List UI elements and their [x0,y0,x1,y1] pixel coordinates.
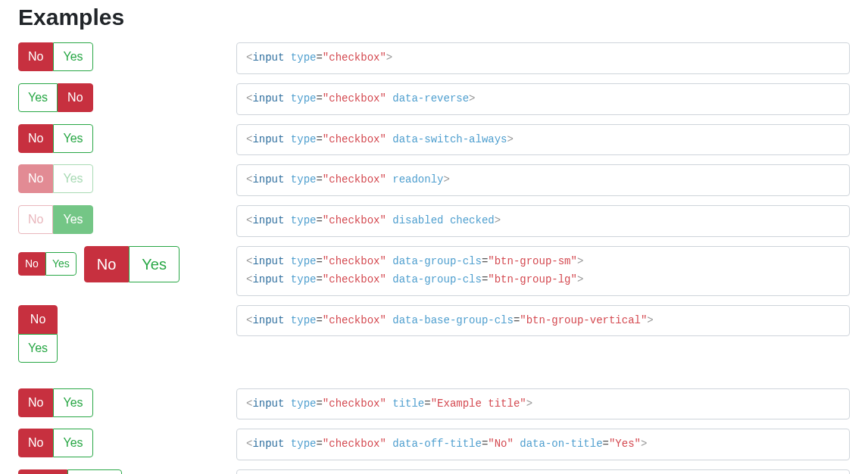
yes-button[interactable]: Yes [45,252,76,276]
code-token-attr: type [291,51,317,64]
no-button[interactable]: No [18,469,67,474]
code-token-eq: = [316,133,322,145]
code-token-val: "checkbox" [323,133,386,145]
code-col: <input type="checkbox" data-off-title="N… [236,429,850,460]
code-token-attr: type [291,173,317,186]
code-token-eq: = [316,173,322,186]
toggle: NoYes [18,42,93,71]
code-token-eq: = [316,273,322,285]
example-row-title: NoYes<input type="checkbox" title="Examp… [18,388,850,420]
code-token-eq: = [316,398,322,410]
no-button[interactable]: No [18,124,53,153]
code-token-tag: input [252,438,284,450]
example-row-group-cls: NoYesNoYes<input type="checkbox" data-gr… [18,246,850,296]
example-row-basic: NoYes<input type="checkbox"> [18,42,850,74]
no-button-label: No [28,48,43,66]
no-button[interactable]: No [84,246,130,282]
no-button-label: No [28,170,43,188]
yes-button[interactable]: Yes [53,42,92,71]
yes-button[interactable]: Yes [53,164,92,193]
code-block: <input type="checkbox" data-reverse> [236,83,850,115]
code-token-eq: = [316,51,322,64]
code-token-val: "checkbox" [323,314,386,326]
code-token-br: > [577,273,583,285]
no-button[interactable]: No [18,252,45,276]
code-token-br: > [495,214,501,226]
code-token-attr: data-on-title [520,438,602,450]
toggle: NoYes [18,388,93,417]
example-row-reverse: YesNo<input type="checkbox" data-reverse… [18,83,850,115]
yes-button[interactable]: Yes [53,429,92,457]
yes-button[interactable]: Yes [53,124,92,153]
code-col: <input type="checkbox" data-off-icon-cls… [236,469,850,474]
code-token-attr: disabled [392,214,443,226]
code-token-attr: data-base-group-cls [392,314,514,326]
example-row-disabled-checked: NoYes<input type="checkbox" disabled che… [18,205,850,237]
code-token-eq: = [424,398,430,410]
code-token-val: "btn-group-sm" [488,255,577,267]
yes-button-label: Yes [63,210,83,229]
no-button[interactable]: No [18,164,53,193]
no-button-label: No [28,434,43,452]
code-col: <input type="checkbox"> [236,42,850,74]
code-token-val: "checkbox" [323,273,386,285]
no-button-label: No [67,89,83,107]
no-button[interactable]: No [18,305,58,334]
code-token-val: "btn-group-vertical" [520,314,647,326]
code-token-attr: type [291,438,317,450]
no-button[interactable]: No [18,42,53,71]
toggle-sm: NoYes [18,252,76,276]
code-token-attr: data-off-title [392,438,482,450]
page-title: Examples [18,5,850,30]
example-row-vertical: NoYes<input type="checkbox" data-base-gr… [18,305,850,363]
code-token-eq: = [603,438,609,450]
code-token-tag: input [252,51,284,64]
code-token-attr: data-reverse [392,92,469,104]
code-token-val: "checkbox" [323,173,386,186]
code-token-eq: = [316,314,322,326]
no-button-label: No [25,256,39,272]
code-block: <input type="checkbox" data-switch-alway… [236,124,850,156]
code-token-br: > [469,92,475,104]
code-token-tag: input [252,255,284,267]
yes-button-label: Yes [142,253,167,276]
yes-button[interactable]: Yes [53,388,92,417]
code-token-attr: type [291,92,317,104]
code-token-eq: = [316,438,322,450]
no-button[interactable]: No [18,429,53,457]
yes-button-label: Yes [63,170,83,188]
code-block: <input type="checkbox"> [236,42,850,74]
code-token-br: > [443,173,449,186]
code-token-eq: = [316,214,322,226]
code-col: <input type="checkbox" readonly> [236,164,850,196]
example-row-off-on-title: NoYes<input type="checkbox" data-off-tit… [18,429,850,460]
yes-button-label: Yes [63,394,83,412]
no-button-label: No [28,394,43,412]
toggle: NoYes [18,429,93,457]
yes-button-label: Yes [63,48,83,66]
yes-button[interactable]: Yes [67,469,121,474]
example-row-icons: NoYes<input type="checkbox" data-off-ico… [18,469,850,474]
code-token-val: "checkbox" [323,214,386,226]
yes-button[interactable]: Yes [18,83,58,112]
code-col: <input type="checkbox" data-group-cls="b… [236,246,850,296]
code-token-br: > [641,438,647,450]
code-token-tag: input [252,133,284,145]
code-token-br: > [577,255,583,267]
no-button[interactable]: No [18,205,53,234]
code-token-tag: input [252,314,284,326]
no-button[interactable]: No [58,83,92,112]
code-col: <input type="checkbox" title="Example ti… [236,388,850,420]
no-button-label: No [97,253,117,276]
yes-button[interactable]: Yes [53,205,92,234]
example-row-switch-always: NoYes<input type="checkbox" data-switch-… [18,124,850,156]
yes-button[interactable]: Yes [129,246,180,282]
code-block: <input type="checkbox" title="Example ti… [236,388,850,420]
yes-button[interactable]: Yes [18,334,58,363]
code-token-val: "checkbox" [323,51,386,64]
code-token-attr: data-switch-always [392,133,507,145]
no-button-label: No [30,310,45,329]
code-token-eq: = [316,255,322,267]
code-token-attr: title [392,398,424,410]
no-button[interactable]: No [18,388,53,417]
